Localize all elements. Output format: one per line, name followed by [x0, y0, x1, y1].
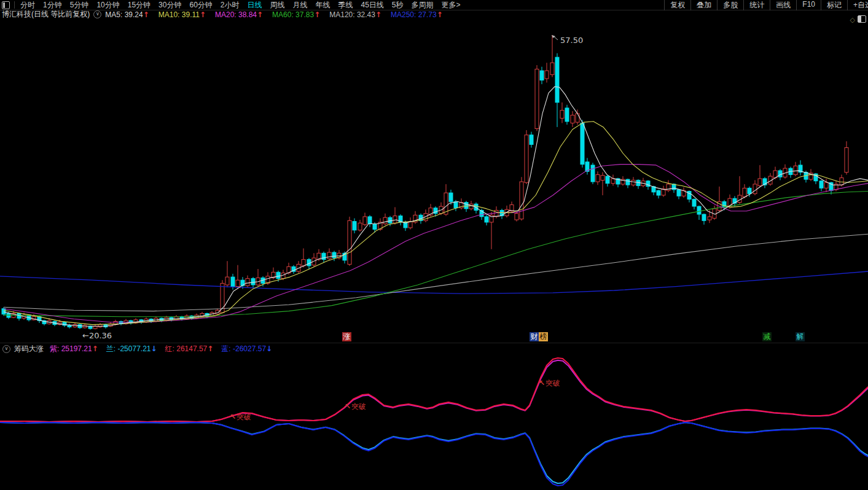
info-bar: 博汇科技(日线 等比前复权) ∨ MA5: 39.24↑MA10: 39.11↑… [0, 10, 868, 18]
period-item[interactable]: 5秒 [392, 0, 404, 10]
tool-button[interactable]: 标记 [821, 0, 847, 10]
period-list: 分时1分钟5分钟10分钟15分钟30分钟60分钟2小时日线周线月线年线季线45日… [20, 0, 664, 10]
trend-up-icon: ↑ [92, 344, 98, 353]
period-item[interactable]: 60分钟 [189, 0, 212, 10]
indicator-value: 兰: -25077.21↓ [106, 344, 157, 354]
indicator-value: 红: 26147.57↑ [165, 344, 214, 354]
trend-up-icon: ↑ [143, 10, 149, 19]
period-item[interactable]: 15分钟 [128, 0, 151, 10]
breakout-annotation: ↖突破 [345, 402, 366, 412]
event-tag-marker[interactable]: 榜 [539, 332, 548, 341]
indicator-value: 蓝: -26027.57↓ [221, 344, 272, 354]
breakout-annotation: ↖突破 [230, 412, 251, 422]
tool-button[interactable]: 统计 [743, 0, 770, 10]
indicator-name: 筹码大涨 [14, 344, 44, 354]
period-item[interactable]: 周线 [270, 0, 285, 10]
trend-up-icon: ↑ [375, 10, 381, 19]
trend-down-icon: ↓ [151, 344, 157, 353]
breakout-arrow-icon: ↖ [230, 413, 236, 421]
event-tag-marker[interactable]: 财 [530, 332, 539, 341]
trend-up-icon: ↑ [437, 10, 443, 19]
period-item[interactable]: 更多> [442, 0, 461, 10]
period-item[interactable]: 10分钟 [96, 0, 119, 10]
event-tag-marker[interactable]: 减 [762, 332, 772, 341]
ma-value: MA250: 27.73↑ [391, 10, 443, 19]
chevron-down-icon[interactable]: ∨ [93, 10, 101, 18]
ma-value: MA10: 39.11↑ [158, 10, 206, 19]
breakout-arrow-icon: ↖ [345, 402, 351, 411]
window-icon[interactable] [2, 1, 10, 9]
ma-value: MA20: 38.84↑ [215, 10, 263, 19]
ma-value: MA120: 32.43↑ [329, 10, 381, 19]
ma-value: MA5: 39.24↑ [105, 10, 149, 19]
tool-button[interactable]: 画线 [770, 0, 796, 10]
ma-legend: MA5: 39.24↑MA10: 39.11↑MA20: 38.84↑MA60:… [105, 10, 442, 19]
tool-button[interactable]: 叠加 [690, 0, 717, 10]
period-item[interactable]: 日线 [248, 0, 262, 10]
main-chart[interactable]: 57.50←20.36 [0, 18, 868, 343]
app-root: 分时1分钟5分钟10分钟15分钟30分钟60分钟2小时日线周线月线年线季线45日… [0, 0, 868, 490]
trend-up-icon: ↑ [200, 10, 206, 19]
indicator-value: 紫: 25197.21↑ [50, 344, 98, 354]
period-item[interactable]: 45日线 [361, 0, 384, 10]
chevron-down-icon[interactable]: ∨ [2, 345, 10, 353]
svg-text:57.50: 57.50 [560, 36, 583, 45]
indicator-legend: 紫: 25197.21↑兰: -25077.21↓红: 26147.57↑蓝: … [50, 344, 272, 354]
toolbar-divider [14, 1, 15, 9]
tool-button[interactable]: 多股 [717, 0, 743, 10]
indicator-chart[interactable] [0, 355, 868, 490]
breakout-annotation: ↖突破 [539, 378, 560, 389]
period-item[interactable]: 年线 [316, 0, 330, 10]
trend-up-icon: ↑ [207, 344, 213, 353]
period-item[interactable]: 月线 [293, 0, 308, 10]
period-item[interactable]: 季线 [338, 0, 353, 10]
tool-button[interactable]: F10 [796, 0, 821, 10]
trend-up-icon: ↑ [257, 10, 263, 19]
period-item[interactable]: 30分钟 [158, 0, 181, 10]
trend-down-icon: ↓ [266, 344, 272, 353]
svg-text:←20.36: ←20.36 [82, 331, 112, 340]
indicator-header: ∨ 筹码大涨 紫: 25197.21↑兰: -25077.21↓红: 26147… [0, 343, 868, 355]
tool-button[interactable]: +自选 [847, 0, 868, 10]
period-item[interactable]: 多周期 [412, 0, 434, 10]
trend-up-icon: ↑ [314, 10, 320, 19]
tool-button[interactable]: 复权 [664, 0, 690, 10]
toolbar-actions: 复权叠加多股统计画线F10标记+自选 [664, 0, 868, 10]
period-item[interactable]: 2小时 [221, 0, 240, 10]
event-tag-marker[interactable]: 涨 [342, 332, 351, 341]
breakout-arrow-icon: ↖ [539, 379, 545, 387]
ma-value: MA60: 37.83↑ [272, 10, 320, 19]
event-tag-marker[interactable]: 解 [796, 332, 805, 341]
period-toolbar: 分时1分钟5分钟10分钟15分钟30分钟60分钟2小时日线周线月线年线季线45日… [0, 0, 868, 10]
